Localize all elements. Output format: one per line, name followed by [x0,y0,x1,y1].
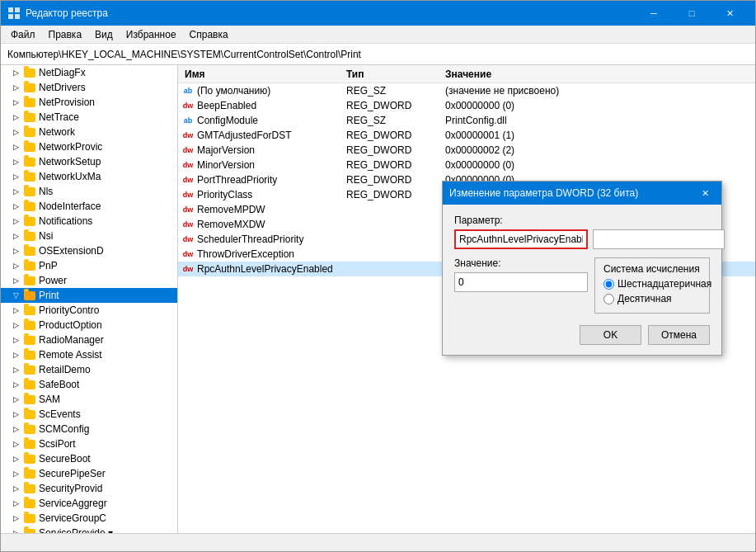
table-row[interactable]: abConfigModule REG_SZ PrintConfig.dll [178,113,755,128]
tree-item-netprovision[interactable]: ▷ NetProvision [1,95,177,110]
registry-editor-window: Редактор реестра ─ □ ✕ Файл Правка Вид И… [0,0,756,552]
tree-item-scmconfig[interactable]: ▷ SCMConfig [1,422,177,436]
expand-arrow: ▷ [11,498,21,508]
tree-item-netdrivers[interactable]: ▷ NetDrivers [1,80,177,95]
ok-button[interactable]: OK [580,325,641,345]
tree-item-scsiport[interactable]: ▷ ScsiPort [1,436,177,451]
radix-dec-radio[interactable] [603,294,614,304]
minimize-button[interactable]: ─ [635,1,673,26]
menu-file[interactable]: Файл [4,27,42,42]
table-row[interactable]: ab(По умолчанию) REG_SZ (значение не при… [178,83,755,98]
tree-item-serviceaggregr[interactable]: ▷ ServiceAggregr [1,496,177,511]
menu-favorites[interactable]: Избранное [120,27,183,42]
expand-arrow: ▷ [11,424,21,434]
table-row[interactable]: dwMajorVersion REG_DWORD 0x00000002 (2) [178,143,755,158]
tree-item-nls[interactable]: ▷ Nls [1,184,177,199]
tree-item-network[interactable]: ▷ Network [1,125,177,139]
tree-item-nodeinterface[interactable]: ▷ NodeInterface [1,199,177,214]
tree-item-prioritycontro[interactable]: ▷ PriorityContro [1,303,177,318]
folder-icon [23,452,36,465]
col-header-type: Тип [346,68,445,80]
radix-section: Система исчисления Шестнадцатеричная Дес… [594,257,710,314]
folder-icon [23,422,36,436]
tree-item-secureboot[interactable]: ▷ SecureBoot [1,451,177,466]
tree-item-netdiagfx[interactable]: ▷ NetDiagFx [1,65,177,80]
radix-hex-label: Шестнадцатеричная [617,278,711,290]
tree-item-servicegroupc[interactable]: ▷ ServiceGroupC [1,511,177,526]
expand-arrow: ▷ [11,246,21,256]
radix-hex-row: Шестнадцатеричная [603,278,701,290]
tree-item-radiomanager[interactable]: ▷ RadioManager [1,333,177,347]
folder-icon [23,437,36,451]
expand-arrow: ▷ [11,394,21,404]
address-bar: Компьютер\HKEY_LOCAL_MACHINE\SYSTEM\Curr… [1,44,755,65]
cancel-button[interactable]: Отмена [648,325,710,345]
tree-panel[interactable]: ▷ NetDiagFx ▷ NetDrivers ▷ NetProvision … [1,65,178,533]
tree-label: Power [39,275,67,286]
folder-icon [23,482,36,495]
menu-edit[interactable]: Правка [42,27,89,42]
tree-item-notifications[interactable]: ▷ Notifications [1,214,177,229]
tree-item-retaildemo[interactable]: ▷ RetailDemo [1,362,177,377]
expand-arrow: ▷ [11,201,21,211]
tree-item-sam[interactable]: ▷ SAM [1,392,177,407]
tree-item-osextensiond[interactable]: ▷ OSExtensionD [1,243,177,258]
tree-item-pnp[interactable]: ▷ PnP [1,258,177,273]
tree-item-productoption[interactable]: ▷ ProductOption [1,318,177,333]
table-row[interactable]: dwMinorVersion REG_DWORD 0x00000000 (0) [178,158,755,172]
tree-item-nettrace[interactable]: ▷ NetTrace [1,110,177,125]
param-name-input2[interactable] [593,229,725,249]
tree-item-power[interactable]: ▷ Power [1,273,177,288]
expand-arrow: ▷ [11,157,21,167]
expand-arrow: ▷ [11,186,21,196]
radix-hex-radio[interactable] [603,279,614,290]
expand-arrow: ▷ [11,484,21,493]
expand-arrow: ▷ [11,409,21,419]
folder-icon [23,125,36,139]
tree-label: SecureBoot [39,453,91,465]
tree-item-remote-assist[interactable]: ▷ Remote Assist [1,347,177,362]
tree-item-print[interactable]: ▽ Print [1,288,177,303]
menu-help[interactable]: Справка [183,27,235,42]
reg-dword-icon: dw [181,144,195,157]
tree-label: NetProvision [39,97,95,108]
folder-icon [23,318,36,332]
tree-item-networksetup[interactable]: ▷ NetworkSetup [1,154,177,169]
col-header-value: Значение [445,68,752,80]
expand-arrow: ▷ [11,320,21,330]
table-row[interactable]: dwGMTAdjustedForDST REG_DWORD 0x00000001… [178,128,755,143]
folder-icon [23,526,36,533]
tree-label: ServiceAggregr [39,498,107,509]
table-row[interactable]: dwBeepEnabled REG_DWORD 0x00000000 (0) [178,98,755,113]
tree-item-safeboot[interactable]: ▷ SafeBoot [1,377,177,392]
value-input[interactable] [454,272,588,292]
expand-arrow: ▷ [11,350,21,360]
tree-label: NetTrace [39,111,79,123]
tree-item-networkuxma[interactable]: ▷ NetworkUxMa [1,169,177,184]
tree-label: SafeBoot [39,379,79,390]
tree-item-networkprovic[interactable]: ▷ NetworkProvic [1,139,177,154]
tree-item-scevents[interactable]: ▷ ScEvents [1,407,177,422]
close-button[interactable]: ✕ [711,1,749,26]
menu-view[interactable]: Вид [88,27,120,42]
folder-icon [23,81,36,94]
tree-item-serviceprovide[interactable]: ▷ ServiceProvide ▾ [1,526,177,533]
tree-label: ProductOption [39,319,102,331]
folder-icon [23,215,36,228]
tree-item-nsi[interactable]: ▷ Nsi [1,229,177,243]
tree-label: Remote Assist [39,349,102,361]
value-row: Значение: Система исчисления Шестнадцате… [454,257,710,314]
folder-icon [23,170,36,183]
dialog-close-button[interactable]: ✕ [695,183,715,203]
maximize-button[interactable]: □ [673,1,711,26]
param-name-input[interactable] [454,229,588,249]
menu-bar: Файл Правка Вид Избранное Справка [1,26,755,44]
folder-icon [23,155,36,168]
folder-icon [23,274,36,287]
tree-item-securityprovid[interactable]: ▷ SecurityProvid [1,481,177,496]
expand-arrow: ▷ [11,513,21,523]
folder-icon [23,333,36,347]
tree-item-securepipeser[interactable]: ▷ SecurePipeSer [1,466,177,481]
folder-icon [23,304,36,317]
title-bar: Редактор реестра ─ □ ✕ [1,1,755,26]
